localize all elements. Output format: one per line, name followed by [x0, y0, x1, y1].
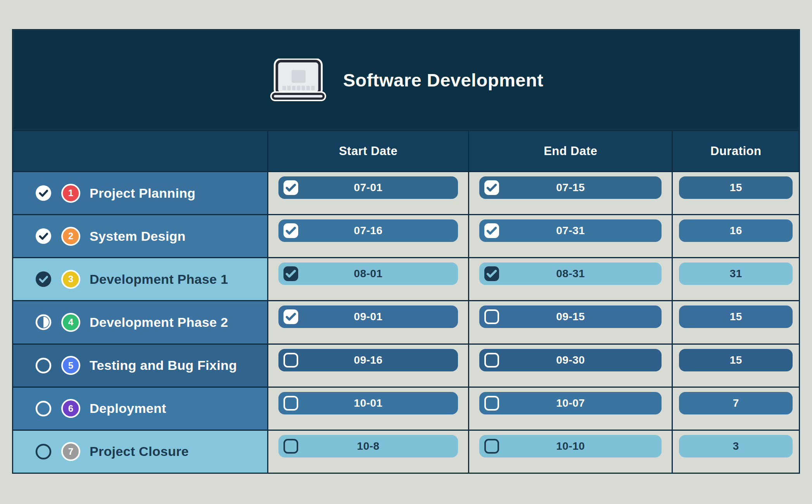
- duration-value: 31: [679, 268, 793, 280]
- task-number-badge: 5: [61, 356, 80, 375]
- duration-pill: 15: [679, 176, 793, 199]
- end-date-cell: 09-30: [469, 345, 672, 387]
- end-date-value: 10-07: [479, 397, 662, 409]
- end-date-cell: 10-07: [469, 388, 672, 430]
- start-date-cell: 08-01: [268, 258, 468, 300]
- start-date-pill[interactable]: 09-01: [278, 306, 458, 328]
- page: Software Development Start Date End Date…: [0, 0, 812, 504]
- start-date-cell: 09-16: [268, 345, 468, 387]
- page-title: Software Development: [343, 69, 544, 91]
- task-cell: 1 Project Planning: [13, 172, 267, 214]
- start-date-cell: 10-01: [268, 388, 468, 430]
- column-header-start-date: Start Date: [268, 131, 468, 171]
- start-date-value: 07-01: [278, 181, 458, 194]
- duration-cell: 15: [673, 301, 799, 343]
- end-date-pill[interactable]: 09-30: [479, 349, 662, 371]
- task-number-badge: 3: [61, 270, 80, 289]
- column-header-task: [13, 131, 267, 171]
- start-date-value: 07-16: [278, 224, 458, 237]
- task-number-badge: 2: [61, 227, 80, 246]
- task-cell: 2 System Design: [13, 215, 267, 257]
- column-header-duration: Duration: [673, 131, 799, 171]
- start-date-value: 10-01: [278, 397, 458, 409]
- duration-pill: 15: [679, 349, 793, 371]
- end-date-value: 07-31: [479, 224, 662, 237]
- task-number-badge: 7: [61, 442, 80, 461]
- duration-value: 15: [679, 181, 793, 194]
- task-label: Deployment: [90, 401, 166, 416]
- duration-value: 15: [679, 354, 793, 366]
- end-date-cell: 07-31: [469, 215, 672, 257]
- status-done-icon: [35, 271, 52, 288]
- laptop-icon: [269, 59, 328, 102]
- project-table: Software Development Start Date End Date…: [12, 29, 800, 474]
- start-date-value: 08-01: [278, 268, 458, 280]
- task-label: Project Planning: [90, 186, 195, 201]
- end-date-pill[interactable]: 10-07: [479, 392, 662, 414]
- duration-pill: 15: [679, 306, 793, 328]
- start-date-cell: 09-01: [268, 301, 468, 343]
- task-label: Development Phase 1: [90, 272, 228, 287]
- duration-value: 3: [679, 440, 793, 452]
- start-date-cell: 07-01: [268, 172, 468, 214]
- task-label: System Design: [90, 229, 186, 244]
- duration-pill: 16: [679, 219, 793, 242]
- end-date-value: 10-10: [479, 440, 662, 452]
- duration-value: 15: [679, 311, 793, 323]
- duration-value: 16: [679, 224, 793, 237]
- task-cell: 6 Deployment: [13, 388, 267, 430]
- task-label: Testing and Bug Fixing: [90, 358, 237, 373]
- start-date-cell: 07-16: [268, 215, 468, 257]
- end-date-value: 09-30: [479, 354, 662, 366]
- start-date-pill[interactable]: 10-8: [278, 435, 458, 457]
- start-date-cell: 10-8: [268, 431, 468, 473]
- start-date-value: 10-8: [278, 440, 458, 452]
- table-grid: Start Date End Date Duration 1 Project P…: [13, 130, 799, 473]
- start-date-pill[interactable]: 08-01: [278, 262, 458, 285]
- duration-pill: 31: [679, 262, 793, 285]
- end-date-cell: 08-31: [469, 258, 672, 300]
- end-date-pill[interactable]: 07-31: [479, 219, 662, 242]
- end-date-value: 09-15: [479, 311, 662, 323]
- start-date-pill[interactable]: 10-01: [278, 392, 458, 414]
- duration-value: 7: [679, 397, 793, 409]
- task-number-badge: 6: [61, 399, 80, 418]
- start-date-pill[interactable]: 09-16: [278, 349, 458, 371]
- task-cell: 3 Development Phase 1: [13, 258, 267, 300]
- column-header-end-date: End Date: [469, 131, 672, 171]
- duration-pill: 3: [679, 435, 793, 457]
- duration-cell: 15: [673, 172, 799, 214]
- duration-cell: 3: [673, 431, 799, 473]
- start-date-pill[interactable]: 07-01: [278, 176, 458, 199]
- status-todo-icon: [35, 357, 52, 374]
- end-date-pill[interactable]: 09-15: [479, 306, 662, 328]
- status-done-icon: [35, 228, 52, 245]
- duration-cell: 16: [673, 215, 799, 257]
- end-date-pill[interactable]: 10-10: [479, 435, 662, 457]
- status-done-icon: [35, 185, 52, 202]
- start-date-value: 09-16: [278, 354, 458, 366]
- duration-cell: 7: [673, 388, 799, 430]
- end-date-cell: 10-10: [469, 431, 672, 473]
- duration-cell: 15: [673, 345, 799, 387]
- end-date-cell: 09-15: [469, 301, 672, 343]
- end-date-pill[interactable]: 07-15: [479, 176, 662, 199]
- end-date-pill[interactable]: 08-31: [479, 262, 662, 285]
- duration-cell: 31: [673, 258, 799, 300]
- end-date-value: 08-31: [479, 268, 662, 280]
- table-title-band: Software Development: [13, 30, 799, 130]
- task-cell: 4 Development Phase 2: [13, 301, 267, 343]
- task-cell: 5 Testing and Bug Fixing: [13, 345, 267, 387]
- status-todo-icon: [35, 443, 52, 460]
- end-date-value: 07-15: [479, 181, 662, 194]
- task-number-badge: 4: [61, 313, 80, 332]
- duration-pill: 7: [679, 392, 793, 414]
- task-label: Development Phase 2: [90, 315, 228, 330]
- start-date-pill[interactable]: 07-16: [278, 219, 458, 242]
- task-cell: 7 Project Closure: [13, 431, 267, 473]
- start-date-value: 09-01: [278, 311, 458, 323]
- task-number-badge: 1: [61, 184, 80, 203]
- status-half-icon: [35, 314, 52, 331]
- task-label: Project Closure: [90, 444, 189, 459]
- status-todo-icon: [35, 400, 52, 417]
